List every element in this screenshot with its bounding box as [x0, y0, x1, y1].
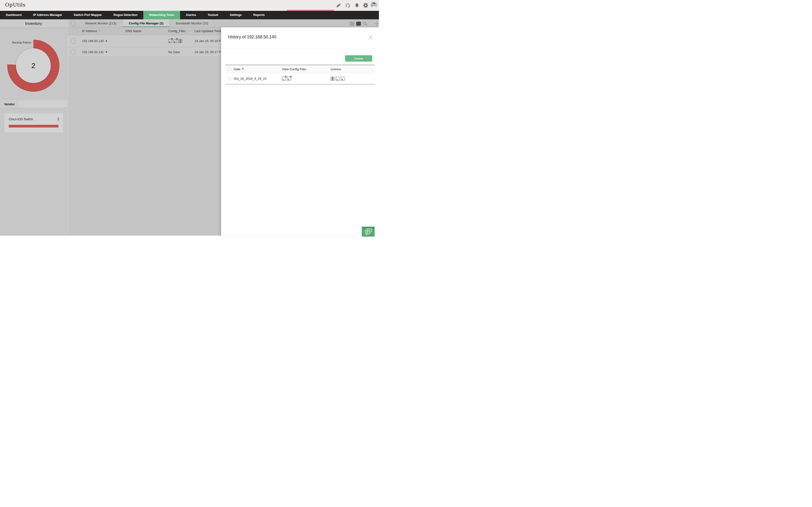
config-diff-icon[interactable]	[179, 39, 182, 43]
list-view-icon[interactable]	[349, 22, 354, 25]
startup-config-icon[interactable]: S⚙	[282, 77, 286, 80]
main-nav: Dashboard IP Address Manager Switch Port…	[0, 11, 379, 19]
ip-address: 192.168.50.131	[82, 50, 104, 54]
tab-bandwidth-monitor[interactable]: Bandwidth Monitor (15)	[170, 19, 215, 27]
rocket-icon[interactable]	[336, 3, 341, 8]
history-row[interactable]: Oct_16_2018_4_24_22 S⚙ R⚙ S↑ R↑	[225, 73, 374, 84]
accent-underline	[287, 10, 334, 11]
sort-ip-address[interactable]	[99, 30, 101, 33]
grid-view-icon[interactable]	[356, 22, 361, 25]
chat-bubbles-icon	[364, 228, 372, 236]
header-ip-address: IP Address	[82, 29, 97, 33]
close-icon[interactable]	[368, 35, 373, 40]
tab-network-monitor[interactable]: Network Monitor (213)	[79, 19, 123, 27]
header-dns-name: DNS Name	[121, 29, 163, 33]
panel-title: History of 192.168.50.140	[228, 35, 276, 40]
sidebar-title: Inventory	[0, 19, 67, 28]
select-all-circle[interactable]	[71, 20, 75, 26]
running-config-icon[interactable]: R⚙	[173, 39, 177, 43]
gear-icon[interactable]	[363, 3, 368, 8]
history-table-header: Date View Config Files Actions	[225, 65, 374, 73]
config-diff-icon[interactable]	[331, 77, 335, 80]
running-config-icon[interactable]: R⚙	[287, 77, 291, 80]
expand-caret-icon[interactable]	[106, 40, 107, 42]
startup-config-icon[interactable]: S⚙	[168, 39, 172, 43]
add-icon[interactable]	[374, 21, 379, 26]
row-select-circle[interactable]	[71, 38, 75, 44]
upload-running-icon[interactable]: R↑	[341, 77, 345, 80]
history-panel: History of 192.168.50.140 Delete Date Vi…	[221, 27, 379, 236]
vendor-count: 2	[57, 117, 59, 121]
chat-button[interactable]	[362, 227, 374, 237]
bell-icon[interactable]	[354, 3, 360, 8]
ip-address: 192.168.50.140	[82, 39, 104, 43]
header-config-files: Config_Files	[163, 29, 190, 33]
inventory-sidebar: Inventory BackUp Failure 2 Vendor Cisco …	[0, 19, 67, 236]
tab-vendor[interactable]: Vendor	[0, 100, 18, 108]
backup-failure-chart: BackUp Failure 2	[0, 28, 67, 100]
header-actions: Actions	[329, 67, 374, 71]
header-date: Date	[234, 67, 240, 71]
nav-ip-address-manager[interactable]: IP Address Manager	[27, 11, 68, 19]
row-select-circle[interactable]	[71, 49, 75, 55]
vendor-bar	[9, 125, 58, 127]
monitor-tabbar: Network Monitor (213) Config File Manage…	[68, 19, 379, 27]
config-files-status: No Data	[163, 50, 190, 54]
top-bar: OpUtils	[0, 0, 379, 11]
nav-settings[interactable]: Settings	[224, 11, 248, 19]
nav-dashboard[interactable]: Dashboard	[0, 11, 27, 19]
history-table: Date View Config Files Actions Oct_16_20…	[225, 65, 374, 84]
delete-button[interactable]: Delete	[345, 55, 372, 62]
nav-alarms[interactable]: Alarms	[180, 11, 202, 19]
vendor-tabs-row: Vendor	[0, 100, 67, 108]
vendor-name: Cisco IOS Switch	[9, 117, 33, 121]
row-checkbox[interactable]	[228, 77, 231, 80]
app-logo: OpUtils	[5, 2, 26, 8]
nav-switch-port-mapper[interactable]: Switch Port Mapper	[68, 11, 108, 19]
search-icon[interactable]	[363, 21, 367, 26]
upload-startup-icon[interactable]: S↑	[336, 77, 340, 80]
donut-segment-backup-failure[interactable]: 2	[7, 40, 59, 92]
header-view-config-files: View Config Files	[280, 67, 329, 71]
headset-icon[interactable]	[345, 3, 350, 8]
nav-toolset[interactable]: Toolset	[202, 11, 224, 19]
user-avatar[interactable]	[371, 2, 377, 8]
expand-caret-icon[interactable]	[106, 51, 107, 53]
history-date: Oct_16_2018_4_24_22	[234, 77, 266, 80]
select-all-checkbox[interactable]	[228, 68, 231, 71]
nav-networking-tools[interactable]: Networking Tools	[143, 11, 180, 19]
donut-value: 2	[32, 62, 36, 70]
tab-config-file-manager[interactable]: Config File Manager (2)	[123, 19, 170, 27]
view-toolbar	[349, 21, 379, 26]
nav-reports[interactable]: Reports	[248, 11, 270, 19]
nav-rogue-detection[interactable]: Rogue Detection	[108, 11, 143, 19]
vendor-card[interactable]: Cisco IOS Switch 2	[4, 113, 63, 132]
sort-date[interactable]	[242, 68, 244, 70]
